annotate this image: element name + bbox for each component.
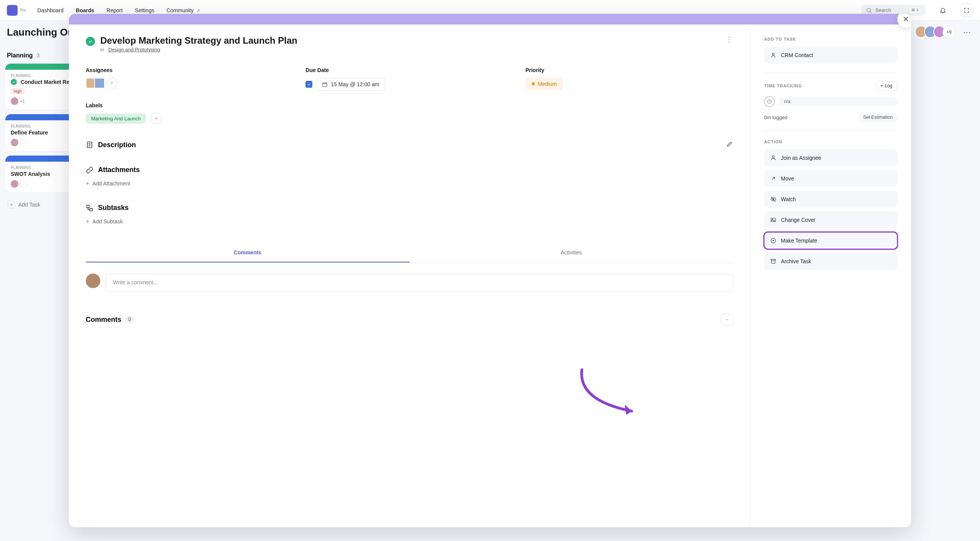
check-icon xyxy=(88,39,93,44)
breadcrumb-link[interactable]: Design and Prototyping xyxy=(108,47,160,52)
arrow-up-right-icon xyxy=(770,175,776,182)
avatar xyxy=(11,139,18,146)
comments-count: 0 xyxy=(125,316,134,323)
search-input[interactable] xyxy=(875,7,906,13)
user-icon xyxy=(770,52,776,58)
fullscreen-button[interactable] xyxy=(960,4,973,17)
document-icon xyxy=(86,141,93,149)
assignee-overflow: +1 xyxy=(20,99,25,103)
labels-field: Labels Marketing And Launch + xyxy=(86,102,733,124)
notifications-button[interactable] xyxy=(936,4,949,17)
change-cover-button[interactable]: Change Cover xyxy=(764,211,897,228)
link-icon xyxy=(86,166,93,174)
image-icon xyxy=(770,217,776,223)
collapse-comments-button[interactable] xyxy=(721,313,733,326)
make-template-button[interactable]: Make Template xyxy=(764,232,897,249)
member-overflow[interactable]: +9 xyxy=(942,26,956,39)
move-button[interactable]: Move xyxy=(764,170,897,187)
app-logo[interactable]: Pro xyxy=(7,5,26,16)
avatar xyxy=(11,180,18,188)
search-shortcut: ⌘ k xyxy=(909,7,921,13)
archive-icon xyxy=(770,258,776,264)
due-date-field: Due Date 15 May @ 12:00 am xyxy=(305,67,513,91)
comment-composer: Write a comment... xyxy=(86,274,733,292)
assignees-field: Assignees xyxy=(86,67,293,91)
edit-description-button[interactable] xyxy=(726,141,733,149)
add-assignee-button[interactable] xyxy=(106,78,117,89)
time-tracked-value: n/a xyxy=(779,97,897,106)
watch-button[interactable]: Watch xyxy=(764,191,897,208)
task-title[interactable]: Develop Marketing Strategy and Launch Pl… xyxy=(100,35,297,46)
comments-heading: Comments xyxy=(86,316,121,324)
task-complete-toggle[interactable] xyxy=(86,37,95,46)
svg-point-0 xyxy=(867,8,871,11)
svg-point-9 xyxy=(772,156,774,158)
archive-button[interactable]: Archive Task xyxy=(764,253,897,270)
comments-header: Comments 0 xyxy=(86,313,733,326)
close-icon: ✕ xyxy=(903,15,909,24)
time-tracking-heading: TIME TRACKING xyxy=(764,84,802,88)
priority-dot-icon xyxy=(532,82,535,85)
task-more-menu[interactable]: ⋮ xyxy=(725,35,733,44)
board-more-menu[interactable]: ⋯ xyxy=(961,26,973,38)
add-task-label: Add Task xyxy=(18,202,40,208)
action-heading: ACTION xyxy=(764,139,897,144)
tab-activities[interactable]: Activities xyxy=(410,243,733,262)
plus-icon: + xyxy=(8,201,15,208)
nav-dashboard[interactable]: Dashboard xyxy=(37,5,65,16)
add-subtask-button[interactable]: + Add Subtask xyxy=(86,218,733,225)
svg-rect-3 xyxy=(323,83,327,87)
plus-circle-icon xyxy=(770,238,776,244)
modal-cover xyxy=(69,14,911,25)
pencil-icon xyxy=(726,141,733,148)
description-section: Description xyxy=(86,141,733,149)
svg-line-1 xyxy=(870,11,871,13)
due-checkbox[interactable] xyxy=(305,81,312,88)
plus-icon: + xyxy=(86,180,89,187)
comment-input[interactable]: Write a comment... xyxy=(106,274,733,292)
set-estimation-button[interactable]: Set Estimation xyxy=(859,112,897,122)
column-count: 3 xyxy=(37,52,40,59)
svg-point-7 xyxy=(772,53,774,55)
user-plus-icon xyxy=(109,81,114,85)
expand-icon xyxy=(964,7,970,13)
subtasks-section: Subtasks + Add Subtask xyxy=(86,204,733,225)
assignees-label: Assignees xyxy=(86,67,293,73)
add-assignee-icon[interactable] xyxy=(20,139,28,146)
logo-icon xyxy=(7,5,18,16)
search-icon xyxy=(866,7,872,13)
due-date-picker[interactable]: 15 May @ 12:00 am xyxy=(316,78,385,91)
labels-label: Labels xyxy=(86,102,733,108)
breadcrumb: in Design and Prototyping xyxy=(100,47,297,52)
label-chip[interactable]: Marketing And Launch xyxy=(86,113,146,124)
time-logged-label: 0m logged xyxy=(764,115,787,120)
attachments-label: Attachments xyxy=(98,166,140,174)
add-assignee-icon[interactable] xyxy=(20,180,28,188)
svg-rect-15 xyxy=(771,259,776,261)
log-time-button[interactable]: + Log xyxy=(875,81,897,91)
add-attachment-button[interactable]: + Add Attachment xyxy=(86,180,733,187)
current-user-avatar xyxy=(86,274,100,288)
chevron-down-icon xyxy=(725,317,729,322)
svg-rect-5 xyxy=(87,205,90,208)
detail-tabs: Comments Activities xyxy=(86,243,733,263)
member-avatars[interactable]: +9 xyxy=(915,26,956,39)
join-assignee-button[interactable]: Join as Assignee xyxy=(764,149,897,166)
user-icon xyxy=(770,155,776,161)
external-link-icon: ↗ xyxy=(196,8,200,13)
plus-icon: + xyxy=(86,218,89,225)
priority-label: Priority xyxy=(526,67,733,73)
crm-contact-button[interactable]: CRM Contact xyxy=(764,47,897,64)
priority-tag: high xyxy=(11,88,25,94)
task-detail-modal: ✕ Develop Marketing Strategy and Launch … xyxy=(69,14,911,527)
add-label-button[interactable]: + xyxy=(151,113,162,124)
due-date-value: 15 May @ 12:00 am xyxy=(331,81,379,87)
description-label: Description xyxy=(98,141,136,149)
tab-comments[interactable]: Comments xyxy=(86,243,410,262)
bell-icon xyxy=(939,7,946,14)
nav-community-label: Community xyxy=(167,7,194,13)
priority-select[interactable]: Medium xyxy=(526,78,563,90)
avatar[interactable] xyxy=(94,78,105,89)
eye-off-icon xyxy=(770,196,776,202)
svg-point-2 xyxy=(111,82,113,83)
